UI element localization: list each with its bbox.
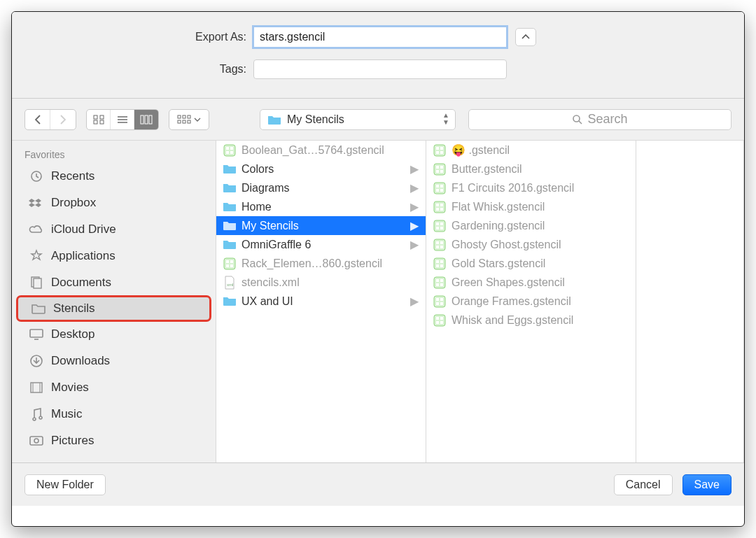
svg-rect-42 xyxy=(440,147,443,150)
svg-rect-33 xyxy=(230,151,233,154)
sidebar-item-music[interactable]: Music xyxy=(12,401,216,427)
icon-view-icon xyxy=(93,115,104,125)
svg-rect-2 xyxy=(94,120,97,124)
file-item[interactable]: OmniGraffle 6▶ xyxy=(216,235,426,254)
file-item-label: UX and UI xyxy=(241,295,407,308)
svg-rect-12 xyxy=(188,115,190,118)
file-item[interactable]: Flat Whisk.gstencil xyxy=(426,197,636,216)
file-item[interactable]: Diagrams▶ xyxy=(216,178,426,197)
sidebar-item-documents[interactable]: Documents xyxy=(12,269,216,296)
desktop-icon xyxy=(27,328,46,341)
stencil-icon xyxy=(432,257,447,270)
file-item[interactable]: Green Shapes.gstencil xyxy=(426,273,636,292)
chevron-up-icon xyxy=(522,34,530,41)
xml-icon: xml xyxy=(222,276,237,290)
column-3[interactable] xyxy=(636,141,744,462)
export-as-label: Export As: xyxy=(12,31,253,43)
column-view-icon xyxy=(140,115,153,125)
sidebar-item-pictures[interactable]: Pictures xyxy=(12,427,216,454)
svg-text:xml: xml xyxy=(227,283,233,287)
column-1[interactable]: Boolean_Gat…5764.gstencilColors▶Diagrams… xyxy=(216,141,426,462)
list-view-button[interactable] xyxy=(111,110,134,129)
sidebar-item-recents[interactable]: Recents xyxy=(12,163,216,190)
file-item[interactable]: 😝 .gstencil xyxy=(426,141,636,160)
svg-rect-35 xyxy=(226,260,229,263)
svg-rect-71 xyxy=(436,260,439,263)
svg-rect-60 xyxy=(434,220,445,232)
stencil-icon xyxy=(432,220,447,232)
cancel-button[interactable]: Cancel xyxy=(614,474,673,495)
sidebar-item-dropbox[interactable]: Dropbox xyxy=(12,190,216,216)
file-item[interactable]: Gardening.gstencil xyxy=(426,216,636,235)
file-item[interactable]: Colors▶ xyxy=(216,160,426,178)
sidebar-item-stencils[interactable]: Stencils xyxy=(16,295,211,322)
file-item[interactable]: Home▶ xyxy=(216,197,426,216)
arrange-popup[interactable] xyxy=(169,109,209,130)
search-placeholder: Search xyxy=(587,112,627,127)
svg-rect-38 xyxy=(230,264,233,267)
file-item-label: My Stencils xyxy=(241,220,407,232)
sidebar-item-applications[interactable]: Applications xyxy=(12,243,216,269)
file-item[interactable]: F1 Circuits 2016.gstencil xyxy=(426,178,636,197)
sidebar-item-label: Recents xyxy=(51,169,94,183)
save-button[interactable]: Save xyxy=(682,474,732,495)
svg-rect-87 xyxy=(440,317,443,320)
svg-rect-13 xyxy=(178,120,181,123)
back-button[interactable] xyxy=(25,110,50,129)
search-field[interactable]: Search xyxy=(468,109,732,130)
sidebar-item-downloads[interactable]: Downloads xyxy=(12,348,216,374)
svg-rect-85 xyxy=(434,315,445,326)
sidebar-item-desktop[interactable]: Desktop xyxy=(12,321,216,348)
column-2[interactable]: 😝 .gstencilButter.gstencilF1 Circuits 20… xyxy=(426,141,636,462)
sidebar-item-label: Pictures xyxy=(51,434,94,448)
file-item[interactable]: My Stencils▶ xyxy=(216,216,426,235)
svg-rect-63 xyxy=(436,227,439,229)
svg-rect-29 xyxy=(224,145,235,156)
favorites-header: Favorites xyxy=(12,146,216,163)
svg-rect-15 xyxy=(188,120,190,123)
file-item-label: Ghosty Ghost.gstencil xyxy=(451,239,629,251)
file-item[interactable]: Rack_Elemen…860.gstencil xyxy=(216,254,426,273)
music-icon xyxy=(27,407,46,421)
new-folder-button[interactable]: New Folder xyxy=(24,474,106,495)
forward-button[interactable] xyxy=(50,110,76,129)
sidebar-item-icloud-drive[interactable]: iCloud Drive xyxy=(12,216,216,243)
svg-line-17 xyxy=(579,121,582,124)
stencil-icon xyxy=(432,144,447,157)
file-item-label: Home xyxy=(241,201,407,213)
svg-rect-64 xyxy=(440,227,443,229)
tags-input[interactable] xyxy=(253,59,507,79)
file-item[interactable]: Orange Frames.gstencil xyxy=(426,292,636,311)
file-item[interactable]: Gold Stars.gstencil xyxy=(426,254,636,273)
svg-rect-37 xyxy=(226,264,229,267)
sidebar-item-label: Dropbox xyxy=(51,196,96,210)
file-item[interactable]: Boolean_Gat…5764.gstencil xyxy=(216,141,426,160)
svg-rect-8 xyxy=(145,115,148,124)
stencil-icon xyxy=(222,144,237,157)
stencil-icon xyxy=(432,182,447,194)
svg-rect-77 xyxy=(440,279,443,282)
file-item[interactable]: UX and UI▶ xyxy=(216,292,426,311)
file-item[interactable]: Butter.gstencil xyxy=(426,160,636,178)
location-popup[interactable]: My Stencils ▲▼ xyxy=(260,109,456,130)
file-item[interactable]: Whisk and Eggs.gstencil xyxy=(426,311,636,330)
sidebar-item-label: Stencils xyxy=(53,302,95,316)
export-as-input[interactable] xyxy=(253,27,507,48)
folder-icon xyxy=(222,296,237,306)
column-view-button[interactable] xyxy=(134,110,158,129)
file-item-label: F1 Circuits 2016.gstencil xyxy=(451,182,629,194)
collapse-toggle[interactable] xyxy=(515,28,536,46)
file-item[interactable]: xmlstencils.xml xyxy=(216,273,426,292)
docs-icon xyxy=(27,276,46,290)
file-item-label: Gardening.gstencil xyxy=(451,220,629,232)
icon-view-button[interactable] xyxy=(87,110,111,129)
svg-rect-44 xyxy=(440,151,443,154)
svg-rect-46 xyxy=(436,166,439,169)
svg-rect-32 xyxy=(226,151,229,154)
file-item[interactable]: Ghosty Ghost.gstencil xyxy=(426,235,636,254)
sidebar-item-movies[interactable]: Movies xyxy=(12,374,216,401)
svg-rect-70 xyxy=(434,258,445,269)
svg-rect-51 xyxy=(436,185,439,187)
file-item-label: Green Shapes.gstencil xyxy=(451,276,629,289)
chevron-right-icon xyxy=(59,115,67,125)
